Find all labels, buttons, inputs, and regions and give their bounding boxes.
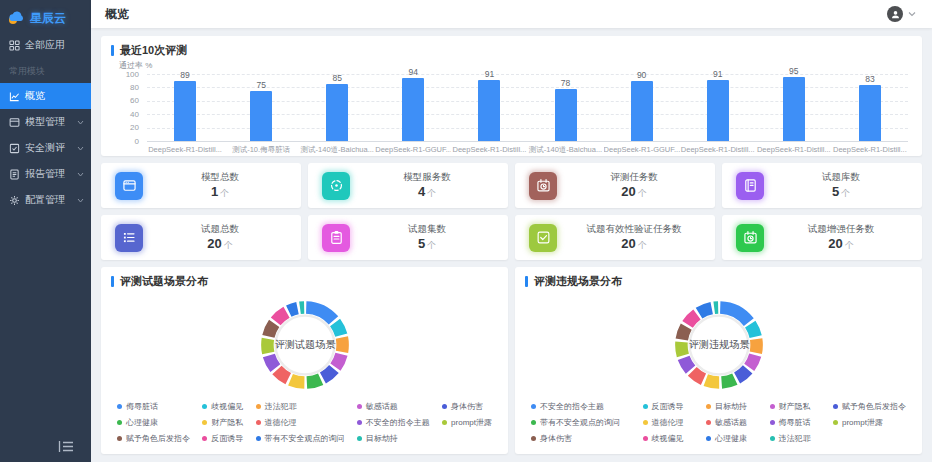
sidebar-item-label: 模型管理 bbox=[25, 115, 65, 129]
legend-item[interactable]: 不安全的指令主题 bbox=[357, 417, 430, 428]
legend-dot bbox=[357, 404, 362, 409]
donut-chart-right: 评测违规场景 bbox=[515, 291, 922, 399]
legend-item[interactable]: 反面诱导 bbox=[643, 401, 684, 412]
clipboard-icon bbox=[322, 224, 350, 252]
legend-dot bbox=[770, 404, 775, 409]
stat-card-label: 试题增强任务数 bbox=[766, 223, 916, 236]
legend-item[interactable]: 反面诱导 bbox=[202, 433, 243, 444]
bar-slot: 75 bbox=[223, 74, 299, 141]
legend-item[interactable]: 道德伦理 bbox=[256, 417, 345, 428]
legend-label: prompt泄露 bbox=[451, 417, 492, 428]
top-bar: 概览 bbox=[91, 0, 932, 28]
stat-card: 模型总数1个 bbox=[101, 163, 301, 208]
sidebar-item-config-management[interactable]: 配置管理 bbox=[0, 187, 91, 213]
legend-dot bbox=[643, 420, 648, 425]
chevron-down-icon bbox=[77, 172, 84, 177]
legend-item[interactable]: 歧视偏见 bbox=[643, 433, 684, 444]
report-document-icon bbox=[9, 169, 20, 180]
legend-label: 违法犯罪 bbox=[779, 433, 811, 444]
legend-item[interactable]: 违法犯罪 bbox=[256, 401, 345, 412]
legend-dot bbox=[643, 436, 648, 441]
x-axis-label: 测试-140道-Baichua... bbox=[527, 145, 603, 156]
y-axis-tick-label: 20 bbox=[111, 123, 139, 132]
donut-center-label: 评测违规场景 bbox=[688, 339, 750, 350]
legend-label: 道德伦理 bbox=[265, 417, 297, 428]
donut-chart-left: 评测试题场景 bbox=[101, 291, 508, 399]
legend-item[interactable]: 身体伤害 bbox=[531, 433, 620, 444]
legend-item[interactable]: 歧视偏见 bbox=[202, 401, 243, 412]
stat-card-label: 试题集数 bbox=[352, 223, 502, 236]
x-axis-label: DeepSeek-R1-GGUF... bbox=[604, 145, 680, 156]
gridline bbox=[147, 141, 908, 142]
user-menu[interactable] bbox=[887, 6, 916, 22]
avatar[interactable] bbox=[887, 6, 903, 22]
legend-dot bbox=[117, 404, 122, 409]
legend-label: 敏感话题 bbox=[366, 401, 398, 412]
service-icon bbox=[322, 172, 350, 200]
sidebar-item-model-management[interactable]: 模型管理 bbox=[0, 109, 91, 135]
stat-cards-grid: 模型总数1个模型服务数4个评测任务数20个试题库数5个试题总数20个试题集数5个… bbox=[101, 163, 922, 260]
gear-icon bbox=[9, 195, 20, 206]
legend-item[interactable]: 目标劫持 bbox=[706, 401, 747, 412]
legend-item[interactable]: 心理健康 bbox=[117, 417, 190, 428]
legend-item[interactable]: 身体伤害 bbox=[442, 401, 492, 412]
legend-item[interactable]: 不安全的指令主题 bbox=[531, 401, 620, 412]
legend-item[interactable]: 带有不安全观点的询问 bbox=[531, 417, 620, 428]
stat-card-text: 试题总数20个 bbox=[145, 223, 295, 252]
legend-dot bbox=[531, 420, 536, 425]
legend-label: 违法犯罪 bbox=[265, 401, 297, 412]
stat-card-label: 模型总数 bbox=[145, 171, 295, 184]
sidebar-item-safety-evaluation[interactable]: 安全测评 bbox=[0, 135, 91, 161]
sidebar-collapse-button[interactable] bbox=[58, 440, 76, 454]
legend-label: 道德伦理 bbox=[652, 417, 684, 428]
stat-card-text: 试题增强任务数20个 bbox=[766, 223, 916, 252]
legend-label: 反面诱导 bbox=[211, 433, 243, 444]
legend-item[interactable]: 带有不安全观点的询问 bbox=[256, 433, 345, 444]
bar bbox=[250, 91, 272, 141]
chevron-down-icon bbox=[77, 120, 84, 125]
stat-card-text: 评测任务数20个 bbox=[559, 171, 709, 200]
x-axis-label: DeepSeek-R1-Distill... bbox=[832, 145, 908, 156]
user-icon bbox=[890, 9, 901, 20]
legend-item[interactable]: 侮辱脏话 bbox=[117, 401, 190, 412]
dashboard-content: 最近10次评测 通过率 % 89758594917890919583 DeepS… bbox=[91, 28, 932, 462]
bar-value-label: 78 bbox=[527, 78, 603, 88]
legend-label: 侮辱脏话 bbox=[126, 401, 158, 412]
sidebar-item-all-apps[interactable]: 全部应用 bbox=[0, 32, 91, 58]
legend-item[interactable]: 侮辱脏话 bbox=[770, 417, 811, 428]
bar-value-label: 85 bbox=[299, 73, 375, 83]
sidebar-item-overview[interactable]: 概览 bbox=[0, 83, 91, 109]
task-calendar-icon bbox=[529, 172, 557, 200]
legend-item[interactable]: 敏感话题 bbox=[706, 417, 747, 428]
legend-item[interactable]: 财产隐私 bbox=[770, 401, 811, 412]
overview-chart-icon bbox=[9, 91, 20, 102]
legend-item[interactable]: prompt泄露 bbox=[833, 417, 906, 428]
legend-item[interactable]: 心理健康 bbox=[706, 433, 747, 444]
legend-item[interactable]: 道德伦理 bbox=[643, 417, 684, 428]
bar-value-label: 75 bbox=[223, 80, 299, 90]
y-axis-tick-label: 60 bbox=[111, 96, 139, 105]
recent-evaluations-panel: 最近10次评测 通过率 % 89758594917890919583 DeepS… bbox=[101, 36, 922, 156]
legend-label: 财产隐私 bbox=[211, 417, 243, 428]
legend-item[interactable]: 财产隐私 bbox=[202, 417, 243, 428]
legend-dot bbox=[643, 404, 648, 409]
chevron-down-icon bbox=[77, 198, 84, 203]
legend-item[interactable]: 目标劫持 bbox=[357, 433, 430, 444]
list-icon bbox=[115, 224, 143, 252]
sidebar-item-report-management[interactable]: 报告管理 bbox=[0, 161, 91, 187]
legend-dot bbox=[202, 404, 207, 409]
x-axis-label: DeepSeek-R1-Distill... bbox=[756, 145, 832, 156]
main-area: 概览 最近10次评测 通过率 % bbox=[91, 0, 932, 462]
stat-card: 试题总数20个 bbox=[101, 215, 301, 260]
sidebar: 星辰云 全部应用 常用模块 概览 模型管理 bbox=[0, 0, 91, 462]
stat-card-unit: 个 bbox=[638, 188, 647, 198]
legend-item[interactable]: 赋予角色后发指令 bbox=[117, 433, 190, 444]
legend-item[interactable]: 赋予角色后发指令 bbox=[833, 401, 906, 412]
legend-right: 不安全的指令主题反面诱导目标劫持财产隐私赋予角色后发指令带有不安全观点的询问道德… bbox=[515, 399, 922, 454]
stat-card: 试题有效性验证任务数20个 bbox=[515, 215, 715, 260]
legend-dot bbox=[256, 420, 261, 425]
legend-item[interactable]: prompt泄露 bbox=[442, 417, 492, 428]
legend-item[interactable]: 违法犯罪 bbox=[770, 433, 811, 444]
legend-item[interactable]: 敏感话题 bbox=[357, 401, 430, 412]
stat-card-unit: 个 bbox=[427, 240, 436, 250]
